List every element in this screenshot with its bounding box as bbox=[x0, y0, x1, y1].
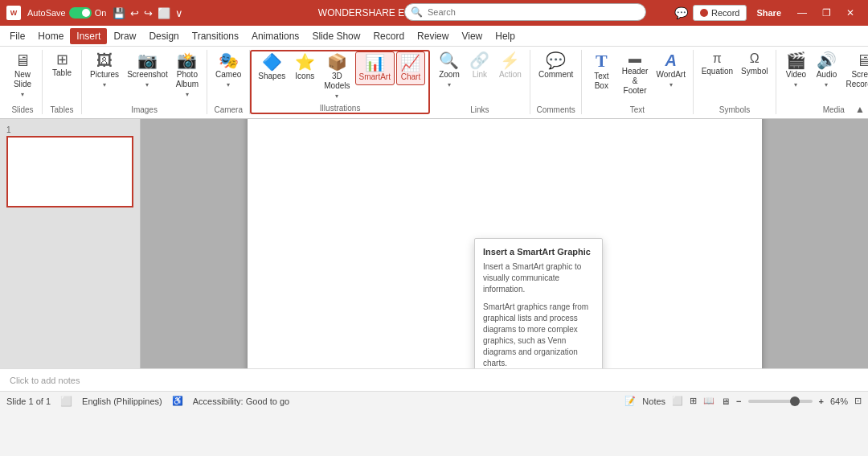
redo-icon[interactable]: ↪ bbox=[144, 7, 153, 19]
screenshot-button[interactable]: 📷 Screenshot ▾ bbox=[124, 50, 171, 91]
menu-design[interactable]: Design bbox=[142, 28, 185, 44]
present-icon[interactable]: ⬜ bbox=[158, 7, 170, 19]
equation-icon: π bbox=[713, 52, 722, 65]
3d-models-button[interactable]: 📦 3DModels ▾ bbox=[321, 51, 353, 102]
table-button[interactable]: ⊞ Table bbox=[47, 50, 76, 80]
screen-recording-button[interactable]: 🖥 ScreenRecording bbox=[842, 50, 868, 92]
status-right: 📝 Notes ⬜ ⊞ 📖 🖥 − + 64% ⊡ bbox=[624, 396, 862, 406]
notes-icon[interactable]: 📝 bbox=[624, 396, 636, 406]
slides-group-content: 🖥 NewSlide ▾ bbox=[8, 50, 37, 104]
audio-button[interactable]: 🔊 Audio ▾ bbox=[812, 50, 841, 91]
symbol-button[interactable]: Ω Symbol bbox=[738, 50, 771, 79]
cameo-icon: 🎭 bbox=[219, 52, 239, 68]
zoom-level: 64% bbox=[830, 396, 848, 406]
header-footer-button[interactable]: ▬ Header& Footer bbox=[617, 50, 653, 98]
photo-album-button[interactable]: 📸 PhotoAlbum ▾ bbox=[173, 50, 202, 101]
wordart-button[interactable]: A WordArt ▾ bbox=[654, 50, 688, 91]
action-icon: ⚡ bbox=[500, 52, 520, 68]
new-slide-icon: 🖥 bbox=[14, 52, 31, 68]
cameo-button[interactable]: 🎭 Cameo ▾ bbox=[212, 50, 244, 91]
ribbon-group-tables: ⊞ Table Tables bbox=[43, 50, 82, 114]
link-button[interactable]: 🔗 Link bbox=[465, 50, 494, 82]
icons-button[interactable]: ⭐ Icons bbox=[290, 51, 319, 84]
accessibility-icon: ♿ bbox=[172, 396, 183, 406]
main-slide-canvas[interactable]: Insert a SmartArt Graphic Insert a Smart… bbox=[141, 119, 868, 368]
video-icon: 🎬 bbox=[786, 52, 806, 68]
notes-bar[interactable]: Click to add notes bbox=[0, 368, 868, 391]
equation-button[interactable]: π Equation bbox=[698, 50, 736, 79]
zoom-in-icon[interactable]: + bbox=[819, 396, 824, 406]
menu-insert[interactable]: Insert bbox=[70, 28, 107, 44]
save-icon[interactable]: 💾 bbox=[113, 7, 125, 19]
menu-bar: File Home Insert Draw Design Transitions… bbox=[0, 26, 868, 47]
textbox-icon: T bbox=[596, 52, 608, 70]
smartart-tooltip: Insert a SmartArt Graphic Insert a Smart… bbox=[474, 238, 603, 368]
menu-draw[interactable]: Draw bbox=[107, 28, 142, 44]
shapes-button[interactable]: 🔷 Shapes bbox=[255, 51, 289, 84]
quick-access-toolbar: 💾 ↩ ↪ ⬜ ∨ bbox=[113, 7, 183, 19]
menu-review[interactable]: Review bbox=[411, 28, 455, 44]
action-button[interactable]: ⚡ Action bbox=[496, 50, 525, 82]
comment-icon[interactable]: 💬 bbox=[674, 6, 688, 19]
textbox-button[interactable]: T TextBox bbox=[587, 50, 616, 93]
slide-layout-icon: ⬜ bbox=[60, 396, 72, 407]
ribbon-group-images: 🖼 Pictures ▾ 📷 Screenshot ▾ 📸 PhotoAlbum… bbox=[82, 50, 207, 114]
share-button[interactable]: Share bbox=[748, 6, 789, 20]
undo-icon[interactable]: ↩ bbox=[130, 7, 139, 19]
close-button[interactable]: ✕ bbox=[839, 4, 862, 22]
ribbon-collapse-icon[interactable]: ▲ bbox=[855, 104, 865, 115]
pictures-icon: 🖼 bbox=[96, 52, 113, 68]
zoom-button[interactable]: 🔍 Zoom ▾ bbox=[435, 50, 464, 91]
photo-album-icon: 📸 bbox=[177, 52, 197, 68]
autosave-label: AutoSave bbox=[27, 8, 66, 18]
menu-animations[interactable]: Animations bbox=[245, 28, 305, 44]
record-button[interactable]: Record bbox=[693, 5, 747, 21]
status-bar: Slide 1 of 1 ⬜ English (Philippines) ♿ A… bbox=[0, 391, 868, 410]
reading-view-icon[interactable]: 📖 bbox=[703, 396, 714, 406]
zoom-slider[interactable] bbox=[748, 400, 813, 403]
more-icon[interactable]: ∨ bbox=[175, 7, 183, 19]
smartart-button[interactable]: 📊 SmartArt bbox=[355, 51, 395, 85]
text-group-label: Text bbox=[587, 105, 687, 114]
slide-sorter-icon[interactable]: ⊞ bbox=[690, 396, 697, 406]
autosave-toggle[interactable] bbox=[69, 7, 92, 18]
record-circle bbox=[700, 9, 708, 17]
fit-slide-icon[interactable]: ⊡ bbox=[854, 396, 862, 406]
new-slide-button[interactable]: 🖥 NewSlide ▾ bbox=[8, 50, 37, 101]
menu-slideshow[interactable]: Slide Show bbox=[305, 28, 366, 44]
menu-view[interactable]: View bbox=[455, 28, 489, 44]
search-bar: 🔍 bbox=[404, 3, 646, 21]
ribbon-group-camera: 🎭 Cameo ▾ Camera bbox=[207, 50, 250, 114]
menu-record[interactable]: Record bbox=[366, 28, 411, 44]
maximize-button[interactable]: ❐ bbox=[815, 4, 837, 22]
screenshot-icon: 📷 bbox=[137, 52, 158, 68]
presenter-view-icon[interactable]: 🖥 bbox=[721, 396, 730, 406]
ribbon-group-text: T TextBox ▬ Header& Footer A WordArt ▾ T… bbox=[582, 50, 693, 114]
menu-home[interactable]: Home bbox=[31, 28, 70, 44]
menu-help[interactable]: Help bbox=[489, 28, 522, 44]
slide-thumbnail[interactable] bbox=[6, 136, 133, 207]
menu-transitions[interactable]: Transitions bbox=[186, 28, 245, 44]
comment-button[interactable]: 💬 Comment bbox=[535, 50, 576, 82]
pictures-button[interactable]: 🖼 Pictures ▾ bbox=[87, 50, 122, 91]
slide-area: 1 Insert a SmartArt Graphic Insert a Sma… bbox=[0, 119, 868, 368]
video-dropdown: ▾ bbox=[794, 81, 797, 88]
app-logo: W bbox=[6, 6, 21, 20]
chart-button[interactable]: 📈 Chart bbox=[396, 51, 425, 85]
ribbon-group-symbols: π Equation Ω Symbol Symbols bbox=[694, 50, 777, 114]
minimize-button[interactable]: — bbox=[791, 4, 813, 22]
wordart-dropdown: ▾ bbox=[669, 81, 673, 88]
video-button[interactable]: 🎬 Video ▾ bbox=[781, 50, 810, 91]
ribbon-group-slides: 🖥 NewSlide ▾ Slides bbox=[3, 50, 43, 114]
screenshot-dropdown: ▾ bbox=[145, 81, 149, 88]
zoom-out-icon[interactable]: − bbox=[736, 396, 741, 406]
slide-number: 1 bbox=[6, 125, 133, 134]
normal-view-icon[interactable]: ⬜ bbox=[672, 396, 683, 406]
wordart-icon: A bbox=[665, 52, 677, 68]
slide-panel: 1 bbox=[0, 119, 141, 368]
audio-dropdown: ▾ bbox=[825, 81, 828, 88]
icons-icon: ⭐ bbox=[295, 54, 315, 70]
zoom-icon: 🔍 bbox=[439, 52, 459, 68]
search-input[interactable] bbox=[404, 3, 646, 21]
menu-file[interactable]: File bbox=[3, 28, 31, 44]
